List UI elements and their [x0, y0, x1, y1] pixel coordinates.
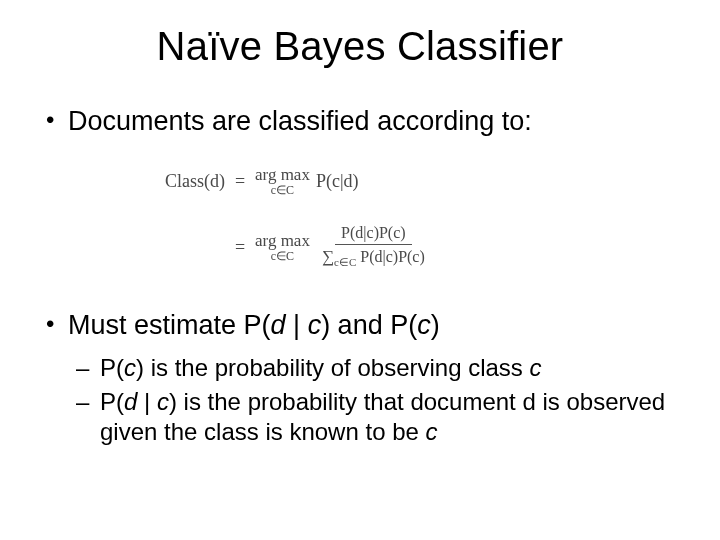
bullet-1: Documents are classified according to: [40, 105, 680, 139]
argmax-label-2: arg max [255, 230, 310, 251]
sub2-d: d [124, 388, 137, 415]
b2-d: d [271, 310, 286, 340]
b2-text-1: Must estimate P( [68, 310, 271, 340]
sum-symbol: ∑ [322, 247, 334, 266]
eq-denominator: ∑c∈C P(d|c)P(c) [316, 245, 431, 270]
slide: Naïve Bayes Classifier Documents are cla… [0, 0, 720, 540]
eq-equals-2: = [225, 236, 255, 259]
sum-sub: c∈C [334, 256, 356, 268]
argmax-sub: c∈C [271, 183, 294, 198]
sub1-text-1: P( [100, 354, 124, 381]
b2-text-3: ) [431, 310, 440, 340]
sub2-bar: | [137, 388, 157, 415]
sub-bullet-1: P(c) is the probability of observing cla… [40, 353, 680, 383]
b2-c2: c [417, 310, 431, 340]
equation-block: Class(d) = arg max c∈C P(c|d) = arg max … [40, 149, 680, 309]
sub1-c: c [124, 354, 136, 381]
eq-argmax-2: arg max c∈C [255, 230, 310, 264]
sub1-c2: c [530, 354, 542, 381]
b2-bar: | [286, 310, 308, 340]
body: Documents are classified according to: C… [40, 105, 680, 447]
equation-line-1: Class(d) = arg max c∈C P(c|d) [150, 155, 431, 207]
eq-lhs: Class(d) [150, 170, 225, 193]
sub2-text-2: ) is the probability that document d is … [100, 388, 665, 445]
sub-bullet-2: P(d | c) is the probability that documen… [40, 387, 680, 447]
b2-text-2: ) and P( [321, 310, 417, 340]
eq-fraction: P(d|c)P(c) ∑c∈C P(d|c)P(c) [316, 223, 431, 270]
den-rest: P(d|c)P(c) [356, 248, 425, 265]
eq-equals: = [225, 170, 255, 193]
equation-line-2: = arg max c∈C P(d|c)P(c) ∑c∈C P(d|c)P(c) [150, 221, 431, 273]
slide-title: Naïve Bayes Classifier [40, 24, 680, 69]
sub2-text-1: P( [100, 388, 124, 415]
sub2-c: c [157, 388, 169, 415]
eq-argmax-1: arg max c∈C [255, 164, 310, 198]
b2-c1: c [308, 310, 322, 340]
argmax-label: arg max [255, 164, 310, 185]
eq-numerator: P(d|c)P(c) [335, 223, 412, 245]
sub2-c2: c [426, 418, 438, 445]
bullet-2: Must estimate P(d | c) and P(c) [40, 309, 680, 343]
argmax-sub-2: c∈C [271, 249, 294, 264]
eq-rhs-1: P(c|d) [316, 170, 359, 193]
sub1-text-2: ) is the probability of observing class [136, 354, 530, 381]
